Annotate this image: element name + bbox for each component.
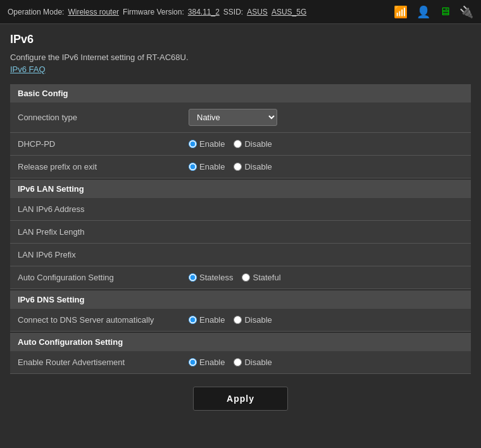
- lan-prefix-length-label: LAN Prefix Length: [10, 221, 181, 244]
- dhcp-pd-radio-group: Enable Disable: [189, 139, 463, 149]
- release-prefix-enable-radio[interactable]: [189, 163, 197, 171]
- router-adv-disable-radio[interactable]: [234, 358, 242, 366]
- table-row: DHCP-PD Enable Disable: [10, 133, 471, 156]
- page-description: Configure the IPv6 Internet setting of R…: [10, 53, 471, 62]
- firmware-label: Firmware Version:: [123, 8, 184, 16]
- topbar-icons: 📶 👤 🖥 🔌: [394, 5, 473, 19]
- dhcp-pd-disable-radio[interactable]: [234, 140, 242, 148]
- auto-config-stateful-radio[interactable]: [242, 273, 250, 282]
- lan-ipv6-address-label: LAN IPv6 Address: [10, 198, 181, 221]
- dns-auto-enable-radio[interactable]: [189, 316, 197, 324]
- dns-auto-radio-group: Enable Disable: [189, 315, 463, 325]
- faq-link[interactable]: IPv6 FAQ: [10, 65, 46, 74]
- basic-config-table: Connection type Native 6in4 6to4 6rd Oth…: [10, 103, 471, 178]
- router-advertisement-label: Enable Router Advertisement: [10, 351, 181, 374]
- auto-config-stateful-label[interactable]: Stateful: [242, 273, 280, 282]
- dhcp-pd-enable-radio[interactable]: [189, 140, 197, 148]
- user-icon[interactable]: 👤: [416, 5, 430, 19]
- dhcp-pd-value: Enable Disable: [181, 133, 471, 156]
- table-row: Enable Router Advertisement Enable Disab…: [10, 351, 471, 374]
- lan-ipv6-prefix-value: [181, 244, 471, 266]
- router-adv-enable-label[interactable]: Enable: [189, 358, 225, 367]
- table-row: Connect to DNS Server automatically Enab…: [10, 309, 471, 332]
- connection-type-value[interactable]: Native 6in4 6to4 6rd Other Disable: [181, 103, 471, 133]
- operation-mode-value[interactable]: Wireless router: [68, 8, 119, 16]
- dhcp-pd-disable-label[interactable]: Disable: [234, 139, 272, 149]
- lan-ipv6-prefix-label: LAN IPv6 Prefix: [10, 244, 181, 266]
- usb-icon[interactable]: 🔌: [459, 5, 473, 19]
- release-prefix-value: Enable Disable: [181, 156, 471, 178]
- dns-auto-enable-label[interactable]: Enable: [189, 315, 225, 325]
- ipv6-dns-section: IPv6 DNS Setting Connect to DNS Server a…: [10, 290, 471, 332]
- release-prefix-enable-label[interactable]: Enable: [189, 162, 225, 171]
- dns-auto-disable-radio[interactable]: [234, 316, 242, 324]
- firmware-value[interactable]: 384.11_2: [188, 8, 220, 16]
- ipv6-lan-table: LAN IPv6 Address LAN Prefix Length LAN I…: [10, 198, 471, 289]
- apply-button[interactable]: Apply: [193, 387, 288, 411]
- basic-config-section: Basic Config Connection type Native 6in4…: [10, 84, 471, 178]
- auto-config-stateless-radio[interactable]: [189, 273, 197, 282]
- topbar: Operation Mode: Wireless router Firmware…: [0, 0, 481, 24]
- connection-type-select[interactable]: Native 6in4 6to4 6rd Other Disable: [189, 109, 277, 126]
- table-row: LAN Prefix Length: [10, 221, 471, 244]
- table-row: Auto Configuration Setting Stateless Sta…: [10, 266, 471, 289]
- dhcp-pd-label: DHCP-PD: [10, 133, 181, 156]
- lan-prefix-length-value: [181, 221, 471, 244]
- main-content: IPv6 Configure the IPv6 Internet setting…: [0, 24, 481, 430]
- router-advertisement-value: Enable Disable: [181, 351, 471, 374]
- operation-mode-label: Operation Mode:: [8, 8, 64, 16]
- wifi-icon[interactable]: 📶: [394, 5, 408, 19]
- router-adv-enable-radio[interactable]: [189, 358, 197, 366]
- ipv6-lan-header: IPv6 LAN Setting: [10, 180, 471, 198]
- table-row: Release prefix on exit Enable Disable: [10, 156, 471, 178]
- table-row: LAN IPv6 Prefix: [10, 244, 471, 266]
- ssid-value[interactable]: ASUS: [247, 8, 268, 16]
- lan-ipv6-address-value: [181, 198, 471, 221]
- release-prefix-label: Release prefix on exit: [10, 156, 181, 178]
- release-prefix-radio-group: Enable Disable: [189, 162, 463, 171]
- ssid-5g-value[interactable]: ASUS_5G: [272, 8, 306, 16]
- release-prefix-disable-label[interactable]: Disable: [234, 162, 272, 171]
- table-row: Connection type Native 6in4 6to4 6rd Oth…: [10, 103, 471, 133]
- auto-config-setting-value: Stateless Stateful: [181, 266, 471, 289]
- release-prefix-disable-radio[interactable]: [234, 163, 242, 171]
- ipv6-dns-table: Connect to DNS Server automatically Enab…: [10, 309, 471, 332]
- auto-config-setting-label: Auto Configuration Setting: [10, 266, 181, 289]
- auto-config-radio-group: Stateless Stateful: [189, 273, 463, 282]
- auto-config-header: Auto Configuration Setting: [10, 333, 471, 351]
- basic-config-header: Basic Config: [10, 84, 471, 103]
- page-title: IPv6: [10, 33, 471, 46]
- auto-config-stateless-label[interactable]: Stateless: [189, 273, 233, 282]
- ipv6-lan-section: IPv6 LAN Setting LAN IPv6 Address LAN Pr…: [10, 180, 471, 289]
- topbar-info: Operation Mode: Wireless router Firmware…: [8, 8, 394, 16]
- router-icon[interactable]: 🖥: [439, 5, 451, 18]
- connection-type-label: Connection type: [10, 103, 181, 133]
- table-row: LAN IPv6 Address: [10, 198, 471, 221]
- ssid-label: SSID:: [223, 8, 243, 16]
- dns-auto-disable-label[interactable]: Disable: [234, 315, 272, 325]
- router-adv-radio-group: Enable Disable: [189, 358, 463, 367]
- ipv6-dns-header: IPv6 DNS Setting: [10, 290, 471, 309]
- auto-config-section: Auto Configuration Setting Enable Router…: [10, 333, 471, 374]
- dhcp-pd-enable-label[interactable]: Enable: [189, 139, 225, 149]
- dns-auto-label: Connect to DNS Server automatically: [10, 309, 181, 332]
- router-adv-disable-label[interactable]: Disable: [234, 358, 272, 367]
- auto-config-table: Enable Router Advertisement Enable Disab…: [10, 351, 471, 374]
- dns-auto-value: Enable Disable: [181, 309, 471, 332]
- apply-section: Apply: [10, 376, 471, 421]
